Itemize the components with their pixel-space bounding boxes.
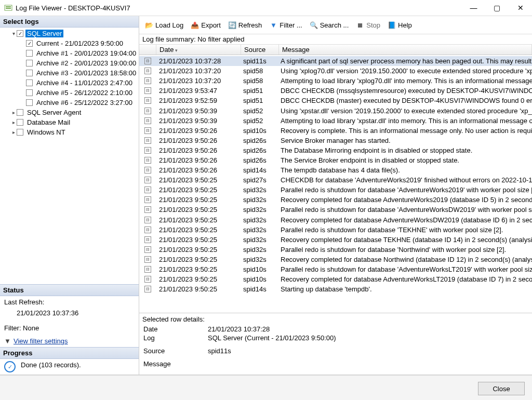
log-row[interactable]: ⊟21/01/2023 10:37:28spid11sA significant… — [139, 56, 532, 66]
close-window-button[interactable]: ✕ — [509, 0, 532, 16]
details-date-label: Date — [143, 325, 207, 333]
log-row[interactable]: ⊟21/01/2023 9:50:25spid32sRecovery compl… — [139, 255, 532, 264]
info-icon: ⊟ — [144, 266, 151, 273]
cell-date: 21/01/2023 9:53:47 — [156, 87, 240, 95]
checkbox[interactable] — [17, 129, 23, 136]
help-button[interactable]: 📘 Help — [385, 19, 415, 31]
log-row[interactable]: ⊟21/01/2023 9:50:26spid26sThe Database M… — [139, 145, 532, 155]
search-button[interactable]: 🔍 Search ... — [307, 19, 352, 31]
cell-date: 21/01/2023 9:50:25 — [156, 285, 240, 293]
cell-date: 21/01/2023 9:50:25 — [156, 226, 240, 234]
cell-message: Attempting to load library 'xpstar.dll' … — [277, 117, 532, 125]
grid-v-scrollbar[interactable] — [523, 56, 532, 303]
col-header-icon[interactable] — [139, 45, 156, 55]
cell-date: 21/01/2023 9:50:26 — [156, 146, 240, 154]
log-row[interactable]: ⊟21/01/2023 10:37:20spid58Attempting to … — [139, 76, 532, 86]
grid-h-scrollbar[interactable] — [139, 303, 532, 313]
tree-node-database-mail[interactable]: ▸ Database Mail — [0, 117, 139, 127]
details-log-label: Log — [143, 334, 207, 342]
tree-node-archive[interactable]: Archive #3 - 20/01/2023 18:58:00 — [0, 68, 139, 78]
cell-date: 21/01/2023 9:52:59 — [156, 97, 240, 104]
checkbox[interactable] — [26, 50, 33, 57]
view-filter-settings-link[interactable]: View filter settings — [14, 337, 68, 345]
checkbox[interactable] — [26, 79, 33, 86]
log-grid: Date Source Message ⊟21/01/2023 10:37:28… — [139, 45, 532, 313]
tree-node-sql-server-agent[interactable]: ▸ SQL Server Agent — [0, 108, 139, 117]
cell-message: Attempting to load library 'xplog70.dll'… — [277, 77, 532, 85]
cell-source: spid14s — [240, 166, 277, 174]
cell-date: 21/01/2023 9:50:25 — [156, 265, 240, 273]
refresh-icon: 🔄 — [228, 21, 236, 29]
load-log-button[interactable]: 📂 Load Log — [142, 19, 186, 31]
info-icon: ⊟ — [144, 117, 151, 124]
tree-node-windows-nt[interactable]: ▸ Windows NT — [0, 127, 139, 137]
log-row[interactable]: ⊟21/01/2023 9:50:25spid27sCHECKDB for da… — [139, 175, 532, 185]
log-row[interactable]: ⊟21/01/2023 9:50:26spid26sThe Service Br… — [139, 155, 532, 165]
tree-node-sql-server[interactable]: ▾ SQL Server — [0, 29, 139, 38]
log-row[interactable]: ⊟21/01/2023 9:50:25spid32sRecovery compl… — [139, 195, 532, 205]
tree-label: Archive #5 - 26/12/2022 2:10:00 — [35, 89, 134, 97]
refresh-button[interactable]: 🔄 Refresh — [225, 19, 265, 31]
toolbar-label: Refresh — [238, 21, 262, 29]
maximize-button[interactable]: ▢ — [485, 0, 509, 16]
cell-source: spid32s — [240, 246, 277, 254]
col-header-source[interactable]: Source — [241, 45, 279, 55]
progress-done-icon: ✓ — [4, 361, 16, 372]
expander-icon[interactable]: ▾ — [10, 31, 17, 37]
log-row[interactable]: ⊟21/01/2023 9:50:25spid14sStarting up da… — [139, 284, 532, 294]
minimize-button[interactable]: — — [462, 0, 485, 16]
checkbox[interactable] — [26, 40, 33, 47]
tree-node-archive[interactable]: Archive #1 - 20/01/2023 19:04:00 — [0, 48, 139, 58]
tree-node-archive[interactable]: Archive #5 - 26/12/2022 2:10:00 — [0, 88, 139, 98]
expander-icon[interactable]: ▸ — [10, 129, 17, 136]
checkbox[interactable] — [26, 89, 33, 96]
checkbox[interactable] — [26, 60, 33, 66]
log-row[interactable]: ⊟21/01/2023 9:50:25spid32sRecovery compl… — [139, 215, 532, 225]
checkbox[interactable] — [26, 70, 33, 76]
cell-message: Parallel redo is shutdown for database '… — [277, 186, 532, 194]
log-row[interactable]: ⊟21/01/2023 9:50:25spid32sParallel redo … — [139, 205, 532, 215]
log-row[interactable]: ⊟21/01/2023 9:50:25spid32sParallel redo … — [139, 185, 532, 195]
log-row[interactable]: ⊟21/01/2023 9:50:39spid52Attempting to l… — [139, 116, 532, 126]
funnel-icon: ▼ — [269, 21, 277, 29]
cell-source: spid10s — [240, 127, 277, 135]
col-header-message[interactable]: Message — [279, 45, 532, 55]
cell-source: spid10s — [240, 265, 277, 273]
log-row[interactable]: ⊟21/01/2023 9:50:25spid32sRecovery compl… — [139, 235, 532, 245]
checkbox[interactable] — [26, 99, 33, 106]
filter-button[interactable]: ▼ Filter ... — [267, 19, 304, 31]
log-row[interactable]: ⊟21/01/2023 9:50:25spid32sParallel redo … — [139, 245, 532, 255]
log-row[interactable]: ⊟21/01/2023 9:50:25spid10sRecovery compl… — [139, 274, 532, 284]
checkbox[interactable] — [17, 119, 23, 126]
checkbox[interactable] — [17, 109, 23, 116]
export-button[interactable]: 📤 Export — [188, 19, 223, 31]
col-header-date[interactable]: Date — [156, 45, 241, 55]
log-row[interactable]: ⊟21/01/2023 9:53:47spid51DBCC CHECKDB (m… — [139, 86, 532, 96]
log-row[interactable]: ⊟21/01/2023 9:50:26spid10sRecovery is co… — [139, 126, 532, 136]
logs-tree: ▾ SQL Server Current - 21/01/2023 9:50:0… — [0, 28, 139, 284]
expander-icon[interactable]: ▸ — [10, 119, 17, 126]
checkbox[interactable] — [17, 30, 23, 37]
cell-date: 21/01/2023 9:50:26 — [156, 166, 240, 174]
log-row[interactable]: ⊟21/01/2023 9:52:59spid51DBCC CHECKDB (m… — [139, 96, 532, 105]
tree-label: Archive #1 - 20/01/2023 19:04:00 — [35, 49, 138, 57]
log-row[interactable]: ⊟21/01/2023 9:50:26spid26sService Broker… — [139, 136, 532, 145]
expander-icon[interactable]: ▸ — [10, 110, 17, 116]
tree-node-archive[interactable]: Archive #4 - 11/01/2023 2:47:00 — [0, 78, 139, 88]
tree-node-archive[interactable]: Current - 21/01/2023 9:50:00 — [0, 38, 139, 48]
log-row[interactable]: ⊟21/01/2023 9:50:26spid14sThe tempdb dat… — [139, 165, 532, 175]
tree-node-archive[interactable]: Archive #2 - 20/01/2023 19:00:00 — [0, 58, 139, 68]
cell-message: Parallel redo is shutdown for database '… — [277, 206, 532, 214]
close-button[interactable]: Close — [478, 382, 525, 395]
log-row[interactable]: ⊟21/01/2023 9:50:39spid52Using 'xpstar.d… — [139, 105, 532, 115]
cell-date: 21/01/2023 9:50:25 — [156, 275, 240, 283]
cell-message: The Database Mirroring endpoint is in di… — [277, 146, 532, 154]
log-row[interactable]: ⊟21/01/2023 9:50:25spid32sParallel redo … — [139, 225, 532, 235]
log-row[interactable]: ⊟21/01/2023 9:50:25spid10sParallel redo … — [139, 264, 532, 274]
cell-message: Recovery completed for database Northwin… — [277, 256, 532, 263]
log-row[interactable]: ⊟21/01/2023 10:37:20spid58Using 'xplog70… — [139, 66, 532, 76]
stop-button[interactable]: ⏹ Stop — [353, 19, 383, 31]
cell-message: The tempdb database has 4 data file(s). — [277, 166, 532, 174]
cell-source: spid58 — [240, 67, 277, 75]
tree-node-archive[interactable]: Archive #6 - 25/12/2022 3:27:00 — [0, 98, 139, 108]
